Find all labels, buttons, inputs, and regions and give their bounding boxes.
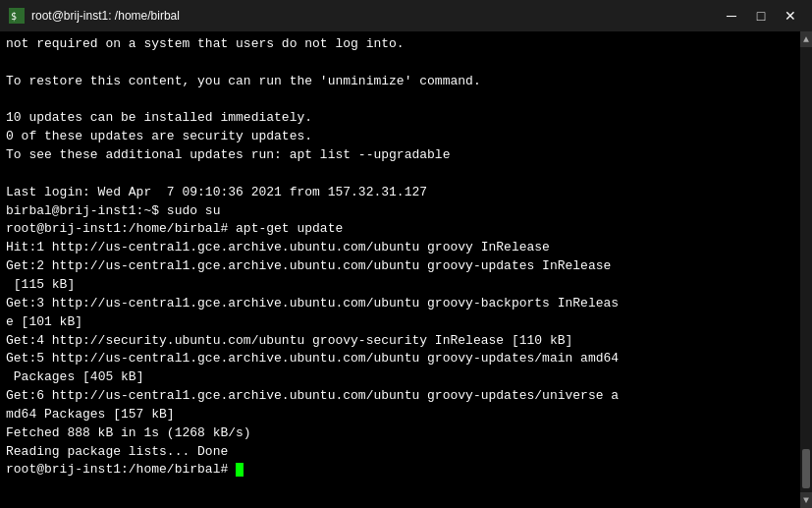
scroll-down-arrow[interactable]: ▼ [800,492,812,508]
svg-text:$: $ [11,11,17,22]
close-button[interactable]: ✕ [777,5,804,27]
scrollbar-thumb[interactable] [802,449,810,488]
minimize-button[interactable]: ─ [718,5,745,27]
terminal-icon: $ [8,7,26,25]
cursor [236,463,244,477]
window-controls[interactable]: ─ □ ✕ [718,5,804,27]
restore-button[interactable]: □ [747,5,775,27]
scroll-up-arrow[interactable]: ▲ [800,31,812,47]
titlebar: $ root@brij-inst1: /home/birbal ─ □ ✕ [0,0,812,31]
scrollbar[interactable]: ▲ ▼ [800,31,812,508]
terminal-window: $ root@brij-inst1: /home/birbal ─ □ ✕ no… [0,0,812,508]
terminal-body[interactable]: not required on a system that users do n… [0,31,812,508]
terminal-content: not required on a system that users do n… [6,35,806,480]
window-title: root@brij-inst1: /home/birbal [31,9,180,23]
titlebar-left: $ root@brij-inst1: /home/birbal [8,7,180,25]
